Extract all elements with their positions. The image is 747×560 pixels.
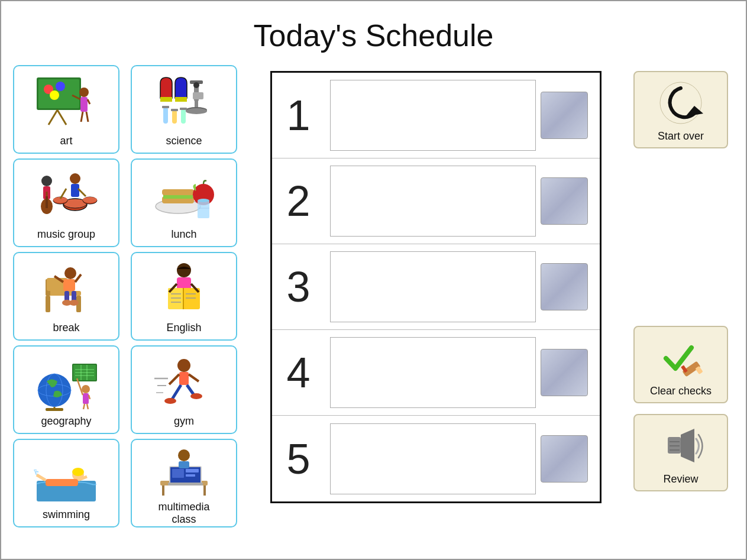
clear-checks-icon bbox=[657, 334, 704, 381]
break-label: break bbox=[53, 322, 79, 334]
category-break[interactable]: break bbox=[13, 252, 119, 341]
svg-point-28 bbox=[70, 173, 80, 184]
lunch-icon bbox=[151, 167, 216, 226]
svg-rect-20 bbox=[193, 92, 203, 99]
geography-icon bbox=[34, 354, 99, 413]
svg-line-94 bbox=[83, 404, 85, 409]
svg-rect-8 bbox=[80, 97, 88, 112]
svg-line-98 bbox=[172, 385, 181, 399]
category-multimedia[interactable]: multimediaclass bbox=[131, 439, 237, 527]
svg-marker-130 bbox=[681, 429, 694, 462]
start-over-label: Start over bbox=[658, 130, 704, 143]
svg-rect-26 bbox=[171, 109, 178, 111]
svg-line-93 bbox=[89, 395, 90, 399]
schedule-check-3[interactable] bbox=[541, 263, 588, 310]
svg-rect-24 bbox=[181, 109, 186, 124]
svg-point-100 bbox=[164, 398, 176, 404]
category-gym[interactable]: gym bbox=[131, 345, 237, 434]
schedule-slot-3[interactable] bbox=[330, 251, 536, 322]
clear-checks-button[interactable]: Clear checks bbox=[633, 326, 728, 403]
svg-rect-118 bbox=[172, 469, 184, 478]
schedule-number-1: 1 bbox=[272, 91, 325, 140]
review-label: Review bbox=[663, 473, 698, 485]
music-group-label: music group bbox=[37, 228, 95, 241]
break-icon bbox=[34, 260, 99, 319]
svg-rect-17 bbox=[195, 99, 198, 108]
svg-point-38 bbox=[41, 176, 52, 186]
svg-point-4 bbox=[50, 90, 59, 100]
schedule-number-5: 5 bbox=[272, 435, 325, 483]
svg-rect-123 bbox=[179, 461, 189, 468]
svg-point-3 bbox=[56, 82, 65, 91]
svg-point-122 bbox=[178, 449, 190, 461]
svg-rect-14 bbox=[175, 97, 187, 102]
svg-line-63 bbox=[75, 274, 81, 282]
svg-line-6 bbox=[57, 110, 66, 125]
schedule-check-2[interactable] bbox=[541, 177, 588, 225]
svg-rect-25 bbox=[162, 106, 169, 108]
english-icon bbox=[151, 260, 216, 319]
start-over-button[interactable]: Start over bbox=[633, 71, 728, 148]
svg-line-95 bbox=[87, 404, 88, 409]
category-geography[interactable]: geography bbox=[13, 345, 119, 434]
svg-point-58 bbox=[64, 267, 76, 279]
svg-rect-59 bbox=[63, 279, 75, 291]
schedule-row-4: 4 bbox=[272, 330, 600, 416]
svg-line-10 bbox=[88, 99, 90, 104]
category-lunch[interactable]: lunch bbox=[131, 158, 237, 247]
geography-label: geography bbox=[41, 415, 91, 428]
schedule-check-1[interactable] bbox=[541, 92, 588, 139]
music-group-icon bbox=[34, 167, 99, 226]
svg-rect-97 bbox=[179, 372, 189, 385]
svg-rect-129 bbox=[668, 437, 681, 454]
svg-point-109 bbox=[72, 468, 84, 476]
category-art[interactable]: art bbox=[13, 65, 119, 154]
gym-icon bbox=[151, 354, 216, 413]
schedule-row-1: 1 bbox=[272, 73, 600, 158]
svg-rect-23 bbox=[172, 110, 177, 124]
svg-line-102 bbox=[169, 374, 179, 384]
schedule-row-3: 3 bbox=[272, 244, 600, 330]
start-over-icon bbox=[657, 79, 704, 127]
english-label: English bbox=[166, 322, 201, 334]
schedule-row-2: 2 bbox=[272, 158, 600, 244]
category-sidebar: art bbox=[13, 65, 244, 527]
swimming-label: swimming bbox=[43, 509, 90, 521]
svg-line-103 bbox=[189, 374, 199, 381]
svg-rect-119 bbox=[186, 469, 199, 472]
svg-point-50 bbox=[198, 199, 209, 202]
svg-line-12 bbox=[86, 112, 88, 122]
review-button[interactable]: Review bbox=[633, 414, 728, 491]
page-title: Today's Schedule bbox=[1, 1, 746, 59]
svg-point-66 bbox=[177, 263, 191, 277]
svg-point-90 bbox=[82, 385, 90, 393]
svg-point-35 bbox=[83, 197, 97, 203]
schedule-slot-5[interactable] bbox=[330, 423, 536, 494]
svg-rect-13 bbox=[160, 97, 172, 102]
svg-line-111 bbox=[37, 475, 46, 480]
svg-rect-54 bbox=[46, 296, 50, 312]
multimedia-label: multimediaclass bbox=[158, 501, 209, 526]
science-label: science bbox=[166, 135, 202, 147]
category-music-group[interactable]: music group bbox=[13, 158, 119, 247]
svg-rect-110 bbox=[46, 479, 78, 486]
schedule-check-5[interactable] bbox=[541, 435, 588, 483]
svg-point-101 bbox=[190, 393, 202, 399]
gym-label: gym bbox=[174, 415, 194, 428]
svg-rect-47 bbox=[162, 189, 194, 195]
schedule-slot-2[interactable] bbox=[330, 166, 536, 237]
schedule-check-4[interactable] bbox=[541, 349, 588, 396]
category-science[interactable]: science bbox=[131, 65, 237, 154]
category-swimming[interactable]: swimming bbox=[13, 439, 119, 527]
svg-point-96 bbox=[177, 359, 190, 372]
schedule-number-4: 4 bbox=[272, 348, 325, 397]
svg-rect-91 bbox=[83, 393, 89, 404]
right-panel: Start over Clear checks bbox=[628, 65, 734, 491]
category-english[interactable]: English bbox=[131, 252, 237, 341]
svg-rect-41 bbox=[46, 196, 48, 208]
lunch-label: lunch bbox=[171, 228, 196, 241]
schedule-area: 1 2 3 4 5 bbox=[250, 65, 622, 503]
schedule-slot-4[interactable] bbox=[330, 337, 536, 408]
schedule-slot-1[interactable] bbox=[330, 80, 536, 151]
review-icon bbox=[657, 422, 704, 470]
